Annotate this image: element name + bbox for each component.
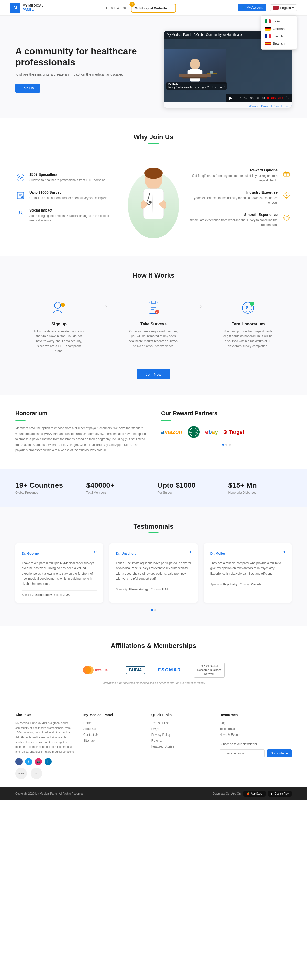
how-step-signup: Sign up Fill in the details requested, a…: [15, 293, 102, 359]
language-selector[interactable]: English ▾: [270, 4, 297, 11]
why-join-section: Why Join Us 150+ Specialties Surveys to …: [0, 118, 307, 256]
footer-link-terms[interactable]: Terms of Use: [152, 721, 169, 725]
affiliations-section: Affiliations & Memberships Intellus BHBI…: [0, 627, 307, 700]
how-title: How It Works: [15, 272, 292, 280]
video-controls[interactable]: ▶ 1:39 / 3:38 CC ⚙ ▶ YouTube ⛶: [226, 94, 292, 102]
google-play-badge[interactable]: ▶ Google Play: [268, 791, 292, 797]
cc-icon[interactable]: CC: [256, 96, 261, 100]
my-account-button[interactable]: 👤 My Account: [238, 4, 266, 11]
stats-section: 19+ Countries Global Presence $40000+ To…: [0, 469, 307, 507]
youtube-logo: ▶ YouTube: [267, 96, 283, 100]
footer-link-contact[interactable]: Contact Us: [83, 733, 99, 737]
footer-link-about[interactable]: About Us: [83, 727, 96, 731]
apple-icon: 🍎: [246, 792, 249, 795]
footer-link-sitemap[interactable]: Sitemap: [83, 739, 95, 742]
app-store-badge[interactable]: 🍎 App Store: [243, 791, 265, 797]
join-now-button[interactable]: Join Now: [137, 369, 170, 379]
video-image: [164, 31, 226, 102]
stat-honoraria: $15+ Mn Honoraria Disbursed: [229, 481, 292, 494]
footer-link-faqs[interactable]: FAQs: [152, 727, 159, 731]
affiliations-underline: [149, 652, 158, 652]
testimonial-unschuld-text: I am a Rheumatologist and have participa…: [116, 560, 191, 581]
footer-link-privacy[interactable]: Privacy Policy: [152, 733, 171, 737]
nav-how-it-works[interactable]: How It Works: [106, 6, 126, 10]
dot-2[interactable]: [225, 444, 227, 445]
quote-icon-george: ": [94, 550, 97, 557]
language-dropdown: Italian German French Spanish: [261, 15, 297, 49]
newsletter-input[interactable]: [219, 749, 265, 757]
honorarium-text: Honorarium Members have the option to ch…: [15, 410, 146, 453]
surveys-desc: Once you are a registered member, you wi…: [128, 329, 179, 349]
testimonial-dot-1[interactable]: [151, 609, 153, 611]
testimonial-dot-2[interactable]: [154, 609, 156, 611]
svg-point-48: [85, 666, 94, 674]
dot-1[interactable]: [222, 444, 224, 445]
multilingual-tooltip[interactable]: 1 Multilingual Website →: [131, 4, 176, 13]
how-it-works-section: How It Works Sign up Fill in the details…: [0, 256, 307, 395]
why-item-specialties: 150+ Specialties Surveys to healthcare p…: [15, 172, 120, 183]
stat-members-label: Total Members: [86, 491, 150, 494]
footer-link-blog[interactable]: Blog: [219, 721, 225, 725]
facebook-icon[interactable]: f: [15, 758, 22, 765]
footer-link-news[interactable]: News & Events: [219, 733, 240, 737]
step-arrow-2: ›: [197, 303, 205, 310]
lang-option-german[interactable]: German: [261, 25, 296, 32]
svg-rect-8: [210, 71, 213, 73]
settings-icon[interactable]: ⚙: [262, 96, 265, 100]
instagram-icon[interactable]: 📷: [35, 758, 42, 765]
step-arrow-1: ›: [102, 303, 110, 310]
video-progress-bar: [234, 98, 238, 99]
testimonials-grid: Dr. George " I have taken part in multip…: [15, 543, 292, 603]
footer-mmp-links: Home About Us Contact Us Sitemap: [83, 721, 144, 742]
quote-icon-meller: ": [283, 550, 285, 557]
stat-survey-label: Per Survey: [157, 491, 221, 494]
linkedin-icon[interactable]: in: [45, 758, 52, 765]
fullscreen-icon[interactable]: ⛶: [285, 96, 289, 100]
lang-option-italian[interactable]: Italian: [261, 18, 296, 25]
footer-mmp-title: My Medical Panel: [83, 713, 144, 717]
why-item-expertise: Industry Expertise 10+ years experience …: [187, 190, 292, 205]
footer-link-referral[interactable]: Referral: [152, 739, 163, 742]
subscribe-label: Subscribe to our Newsletter: [219, 741, 292, 747]
lang-option-spanish[interactable]: Spanish: [261, 40, 296, 47]
affiliation-note: * Affiliations & partnerships mentioned …: [15, 681, 292, 684]
svg-point-1: [190, 59, 200, 70]
testimonial-george: Dr. George " I have taken part in multip…: [15, 543, 103, 603]
why-reward-content: Reward Options Opt for gift cards from a…: [187, 168, 278, 183]
tooltip-badge: 1: [130, 2, 134, 7]
stats-grid: 19+ Countries Global Presence $40000+ To…: [15, 481, 292, 494]
honorarium-underline: [15, 420, 26, 420]
testimonial-unschuld-meta: Specialty: Rheumatology Country: USA: [116, 588, 191, 591]
why-specialties-content: 150+ Specialties Surveys to healthcare p…: [29, 172, 106, 182]
svg-rect-6: [179, 74, 211, 77]
dot-3[interactable]: [229, 444, 231, 445]
play-icon[interactable]: ▶: [229, 95, 232, 100]
join-us-button[interactable]: Join Us: [15, 84, 40, 93]
stat-honoraria-number: $15+ Mn: [229, 481, 292, 490]
why-right-items: Reward Options Opt for gift cards from a…: [187, 168, 292, 227]
footer-link-stories[interactable]: Featured Stories: [152, 745, 174, 748]
footer-social-links: f t 📷 in: [15, 758, 76, 765]
gear-expertise-icon: [281, 190, 292, 200]
why-survey-content: Upto $1000/Survey Up to $1000 as honorar…: [29, 190, 109, 200]
flag-italian: [265, 19, 271, 23]
stat-survey: Upto $1000 Per Survey: [157, 481, 221, 494]
testimonial-meller-meta: Specialty: Psychiatry Country: Canada: [210, 583, 285, 586]
why-join-grid: 150+ Specialties Surveys to healthcare p…: [15, 154, 292, 241]
stat-survey-number: Upto $1000: [157, 481, 221, 490]
video-dr-label: Dr. Felix Really? What was the name agai…: [166, 82, 227, 90]
heartbeat-icon: [15, 172, 26, 183]
google-play-icon: ▶: [271, 792, 273, 795]
lang-option-french[interactable]: French: [261, 32, 296, 40]
honorarium-title: Honorarium: [15, 410, 146, 417]
svg-text:Intellus: Intellus: [95, 668, 108, 672]
subscribe-button[interactable]: Subscribe ▶: [267, 749, 292, 757]
testimonial-meller-text: They are a reliable company who provide …: [210, 560, 285, 576]
footer-link-testimonials[interactable]: Testimonials: [219, 727, 237, 731]
footer-quick-title: Quick Links: [152, 713, 212, 717]
logo: M MY MEDICAL PANEL: [10, 3, 43, 13]
footer-link-home[interactable]: Home: [83, 721, 91, 725]
twitter-icon[interactable]: t: [25, 758, 32, 765]
stat-honoraria-label: Honoraria Disbursed: [229, 491, 292, 494]
footer-resources-links: Blog Testimonials News & Events: [219, 721, 292, 737]
